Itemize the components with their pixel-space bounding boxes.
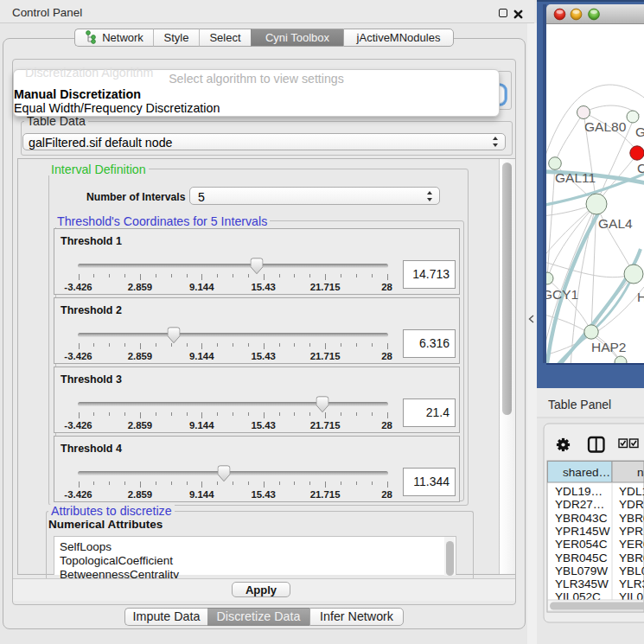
svg-text:C: C [637,161,644,175]
svg-text:GAL80: GAL80 [584,119,627,134]
svg-text:H: H [637,290,644,304]
svg-text:Table Panel: Table Panel [548,398,611,411]
svg-text:YBR043C: YBR043C [555,512,608,525]
svg-text:YBL079W: YBL079W [555,564,608,577]
svg-text:GCY1: GCY1 [542,287,578,302]
svg-text:G.: G. [635,124,644,139]
svg-text:YER0: YER0 [619,538,644,551]
svg-text:GAL11: GAL11 [555,170,596,185]
svg-text:YDR27…: YDR27… [555,498,604,511]
svg-text:YBR0: YBR0 [619,552,644,564]
svg-text:YDL19…: YDL19… [555,485,603,498]
svg-text:HAP2: HAP2 [591,340,627,354]
svg-text:YPR145W: YPR145W [555,525,610,538]
svg-text:YDL1: YDL1 [619,485,644,498]
svg-text:shared…: shared… [563,466,610,479]
svg-text:YBL0: YBL0 [619,564,644,577]
svg-text:YLR3: YLR3 [619,577,644,590]
svg-text:YPR1: YPR1 [619,525,644,538]
svg-text:YDR2: YDR2 [619,498,644,511]
svg-text:GAL4: GAL4 [598,216,633,231]
svg-text:YBR045C: YBR045C [555,552,608,564]
svg-text:YER054C: YER054C [555,538,608,551]
svg-text:YLR345W: YLR345W [555,577,609,590]
svg-text:YBR0: YBR0 [619,512,644,525]
svg-text:na: na [637,466,644,479]
